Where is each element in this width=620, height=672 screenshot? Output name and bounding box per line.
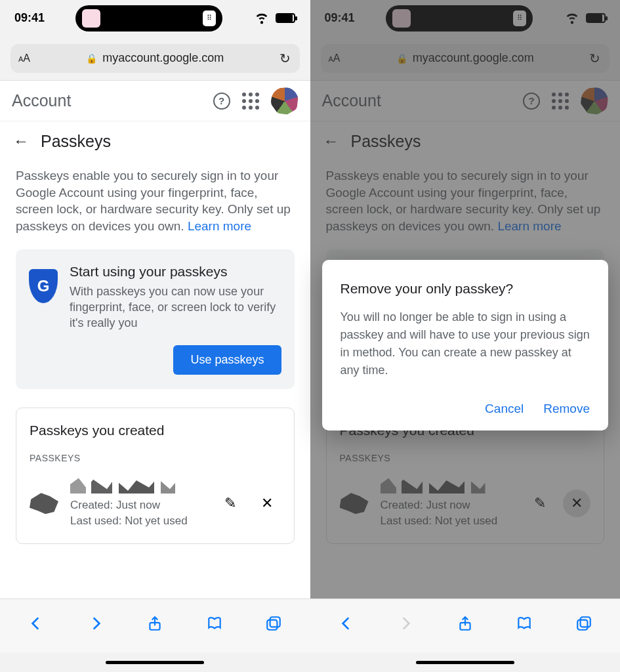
dynamic-island: ⠿: [386, 5, 533, 32]
nav-forward-icon[interactable]: [87, 615, 104, 637]
svg-rect-2: [268, 620, 278, 630]
svg-rect-4: [580, 617, 590, 627]
bookmarks-icon[interactable]: [516, 615, 533, 637]
passkey-row: Created: Just now Last used: Not yet use…: [30, 478, 281, 529]
passkeys-card: Passkeys you created PASSKEYS Created: J…: [16, 408, 295, 544]
page-subheader: ← Passkeys: [310, 121, 621, 161]
edit-icon[interactable]: ✎: [224, 495, 236, 512]
help-icon[interactable]: ?: [523, 93, 540, 110]
passkey-created: Created: Just now: [70, 497, 213, 513]
delete-icon[interactable]: ✕: [563, 490, 590, 517]
remove-button[interactable]: Remove: [543, 402, 590, 416]
shield-icon: G: [29, 269, 58, 303]
page-title: Passkeys: [41, 132, 111, 151]
learn-more-link[interactable]: Learn more: [497, 219, 561, 233]
share-icon[interactable]: [457, 615, 474, 637]
help-icon[interactable]: ?: [213, 93, 230, 110]
svg-rect-5: [577, 620, 587, 630]
promo-body: With passkeys you can now use your finge…: [70, 284, 281, 331]
remove-passkey-dialog: Remove your only passkey? You will no lo…: [322, 260, 609, 430]
passkeys-group-label: PASSKEYS: [30, 453, 281, 463]
cancel-button[interactable]: Cancel: [485, 402, 524, 416]
status-bar: 09:41 ⠿: [310, 0, 621, 36]
page-title: Passkeys: [351, 132, 421, 151]
edit-icon[interactable]: ✎: [534, 495, 546, 512]
avatar[interactable]: [271, 87, 299, 115]
dialog-body: You will no longer be able to sign in us…: [341, 308, 590, 379]
island-widget-right: ⠿: [513, 10, 526, 26]
status-bar: 09:41 ⠿: [0, 0, 310, 36]
wifi-icon: [253, 8, 270, 28]
passkey-lastused: Last used: Not yet used: [381, 513, 523, 529]
reader-aa-icon[interactable]: AA: [329, 52, 341, 64]
island-widget: [392, 9, 411, 28]
account-title: Account: [12, 91, 71, 110]
page-subheader: ← Passkeys: [0, 121, 310, 161]
promo-card: G Start using your passkeys With passkey…: [16, 249, 295, 390]
battery-icon: [586, 13, 606, 23]
browser-url-bar[interactable]: AA 🔒 myaccount.google.com ↻: [0, 36, 310, 81]
lock-icon: 🔒: [86, 53, 97, 64]
browser-url-bar[interactable]: AA 🔒 myaccount.google.com ↻: [310, 36, 621, 81]
url-host: myaccount.google.com: [102, 51, 224, 65]
url-host: myaccount.google.com: [413, 51, 534, 65]
passkey-created: Created: Just now: [381, 497, 523, 513]
account-title: Account: [322, 91, 381, 110]
tabs-icon[interactable]: [575, 615, 592, 637]
home-indicator[interactable]: [0, 652, 310, 672]
battery-icon: [276, 13, 295, 23]
device-icon: [30, 493, 58, 514]
back-arrow-icon[interactable]: ←: [13, 132, 29, 150]
island-widget: [82, 9, 100, 28]
reader-aa-icon[interactable]: AA: [18, 52, 30, 64]
device-icon: [340, 493, 369, 514]
intro-text: Passkeys enable you to securely sign in …: [310, 161, 621, 235]
avatar[interactable]: [581, 87, 608, 115]
browser-toolbar: [0, 598, 310, 652]
delete-icon[interactable]: ✕: [253, 490, 281, 517]
passkeys-card-title: Passkeys you created: [30, 423, 281, 438]
account-header: Account ?: [310, 81, 621, 121]
svg-rect-1: [270, 617, 280, 627]
account-header: Account ?: [0, 81, 310, 121]
nav-forward-icon: [397, 615, 414, 637]
reload-icon[interactable]: ↻: [589, 51, 600, 66]
promo-title: Start using your passkeys: [70, 264, 281, 280]
nav-back-icon[interactable]: [28, 615, 45, 637]
learn-more-link[interactable]: Learn more: [188, 219, 251, 233]
wifi-icon: [564, 8, 581, 28]
passkey-name-redacted: [381, 478, 486, 494]
passkey-name-redacted: [70, 478, 175, 494]
passkey-lastused: Last used: Not yet used: [70, 513, 213, 529]
home-indicator[interactable]: [310, 652, 621, 672]
island-widget-right: ⠿: [203, 10, 216, 26]
share-icon[interactable]: [146, 615, 163, 637]
intro-text: Passkeys enable you to securely sign in …: [0, 161, 310, 235]
bookmarks-icon[interactable]: [206, 615, 223, 637]
apps-grid-icon[interactable]: [242, 93, 259, 110]
nav-back-icon[interactable]: [338, 615, 355, 637]
reload-icon[interactable]: ↻: [279, 51, 291, 66]
clock: 09:41: [325, 11, 355, 25]
browser-toolbar: [310, 598, 621, 652]
passkey-row: Created: Just now Last used: Not yet use…: [340, 478, 591, 529]
apps-grid-icon[interactable]: [552, 93, 569, 110]
passkeys-group-label: PASSKEYS: [340, 453, 591, 463]
tabs-icon[interactable]: [265, 615, 282, 637]
lock-icon: 🔒: [396, 53, 407, 64]
use-passkeys-button[interactable]: Use passkeys: [173, 345, 281, 375]
dialog-title: Remove your only passkey?: [341, 281, 590, 297]
dynamic-island: ⠿: [75, 5, 222, 32]
back-arrow-icon[interactable]: ←: [323, 132, 339, 150]
clock: 09:41: [14, 11, 45, 25]
